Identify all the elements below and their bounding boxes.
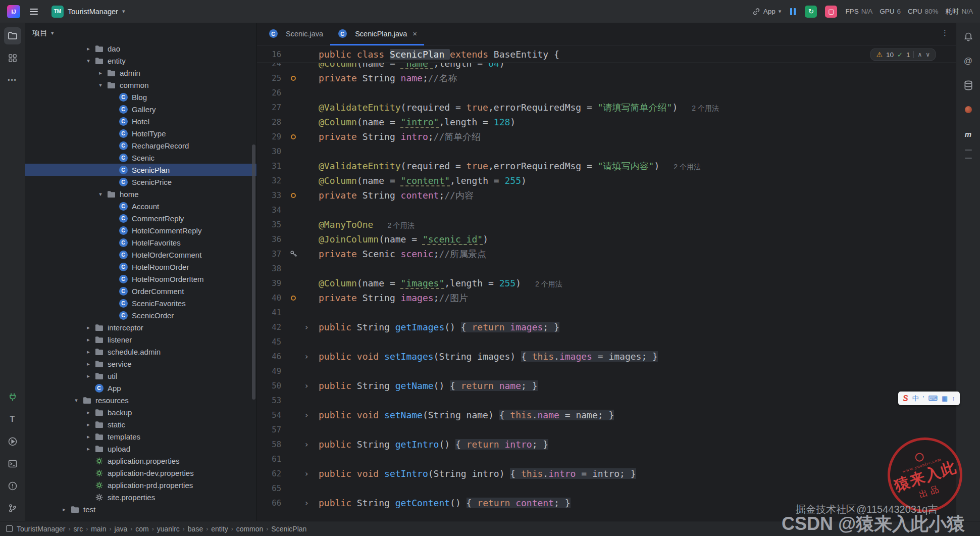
chevron-right-icon[interactable]: ▸ [95,70,106,76]
jpa-relation-key-icon[interactable] [286,250,300,258]
jpa-attribute-icon[interactable] [286,76,300,81]
run-config-selector[interactable]: App ▾ [752,8,782,16]
project-tool-window-button[interactable] [4,27,21,44]
chevron-down-icon[interactable]: ▾ [95,191,106,198]
tree-item[interactable]: ▸upload [25,443,256,455]
tree-item[interactable]: CScenicFavorites [25,297,256,309]
tree-item[interactable]: ▾common [25,79,256,91]
breadcrumb-item[interactable]: base [188,525,203,533]
tree-item[interactable]: ▸schedule.admin [25,346,256,358]
breadcrumb-item[interactable]: yuanlrc [157,525,180,533]
breadcrumb-item[interactable]: java [115,525,128,533]
code-lines[interactable]: 24@Column(name = "name",length = 64)25pr… [257,63,956,521]
fold-icon[interactable]: › [300,498,313,508]
screenshot-button[interactable]: ▢ [825,6,837,18]
tree-item[interactable]: ▸test [25,503,256,515]
chevron-right-icon[interactable]: ▸ [83,336,94,343]
tab-scenic-java[interactable]: CScenic.java [261,23,330,45]
tree-item[interactable]: ▸backup [25,406,256,418]
database-button[interactable] [960,77,977,94]
ai-assistant-button[interactable]: @ [960,53,977,70]
tree-item[interactable]: ▸util [25,370,256,382]
tree-item[interactable]: ▾home [25,188,256,200]
services-tool-window-button[interactable] [4,433,21,450]
chevron-right-icon[interactable]: ▸ [83,373,94,379]
chevron-right-icon[interactable]: ▸ [83,45,94,52]
tree-item[interactable]: ▸static [25,418,256,430]
chevron-right-icon[interactable]: ▸ [83,324,94,331]
breadcrumb-item[interactable]: main [91,525,106,533]
project-panel-header[interactable]: 项目 ▾ [25,23,256,42]
ime-key[interactable]: ' [923,395,924,402]
plugin-button[interactable] [960,101,977,118]
inspections-widget[interactable]: ⚠ 10 ✓ 1 ∧ ∨ [870,48,936,61]
tree-item[interactable]: CScenicOrder [25,309,256,321]
tab-scenicplan-java[interactable]: CScenicPlan.java× [330,23,424,45]
ime-logo[interactable]: S [903,394,908,403]
notifications-button[interactable] [960,28,977,45]
fold-icon[interactable]: › [300,469,313,478]
tree-item[interactable]: CRechargeRecord [25,139,256,152]
jpa-attribute-icon[interactable] [286,296,300,301]
chevron-down-icon[interactable]: ▾ [71,397,82,404]
chevron-right-icon[interactable]: ▸ [83,349,94,355]
ime-key[interactable]: ▦ [942,395,948,402]
tree-item[interactable]: application-dev.properties [25,467,256,479]
version-control-tool-window-button[interactable] [4,500,21,517]
tree-item[interactable]: ▸listener [25,333,256,346]
project-selector[interactable]: TM TouristManager ▾ [47,4,129,20]
jpa-attribute-icon[interactable] [286,193,300,198]
breadcrumb-item[interactable]: ScenicPlan [271,525,306,533]
tree-item[interactable]: ▸templates [25,430,256,443]
tree-item[interactable]: CHotelType [25,127,256,139]
breadcrumb-item[interactable]: common [236,525,264,533]
maven-button[interactable]: m [960,125,977,142]
refresh-monitor-button[interactable]: ↻ [805,6,817,18]
breadcrumb-item[interactable]: com [135,525,148,533]
tree-item[interactable]: CBlog [25,91,256,103]
prev-problem-icon[interactable]: ∧ [917,51,922,58]
tree-item[interactable]: CScenic [25,152,256,164]
tree-item[interactable]: CHotelFavorites [25,236,256,249]
breadcrumb-item[interactable]: TouristManager [17,525,66,533]
todo-tool-window-button[interactable]: T [4,411,21,428]
chevron-right-icon[interactable]: ▸ [83,361,94,367]
tree-item[interactable]: ▸interceptor [25,321,256,333]
tab-options-icon[interactable]: ⋮ [941,28,950,37]
tree-item[interactable]: CScenicPlan [25,164,256,176]
tree-item[interactable]: CAccount [25,200,256,212]
fold-icon[interactable]: › [300,381,313,391]
tree-item[interactable]: CScenicPrice [25,176,256,188]
chevron-right-icon[interactable]: ▸ [83,446,94,452]
tree-item[interactable]: ▸dao [25,42,256,55]
structure-tool-window-button[interactable] [4,50,21,67]
tab-close-icon[interactable]: × [412,29,417,38]
pause-button[interactable] [789,8,797,15]
terminal-tool-window-button[interactable] [4,455,21,472]
more-tool-windows-button[interactable]: ••• [4,72,21,89]
chevron-right-icon[interactable]: ▸ [83,421,94,428]
tree-item[interactable]: COrderComment [25,285,256,297]
tree-item[interactable]: ▾resources [25,394,256,406]
chevron-right-icon[interactable]: ▸ [83,433,94,440]
tree-item[interactable]: site.properties [25,491,256,503]
ime-key[interactable]: ⌨ [928,395,938,402]
ime-toolbar[interactable]: S 中'⌨▦↑ [898,392,960,405]
tree-item[interactable]: CHotelCommentReply [25,224,256,236]
fold-icon[interactable]: › [300,322,313,332]
problems-tool-window-button[interactable] [4,477,21,495]
breadcrumb-item[interactable]: src [74,525,83,533]
ime-key[interactable]: ↑ [952,395,955,402]
next-problem-icon[interactable]: ∨ [925,51,930,58]
fold-icon[interactable]: › [300,352,313,361]
fold-icon[interactable]: › [300,440,313,449]
chevron-right-icon[interactable]: ▸ [83,409,94,416]
chevron-down-icon[interactable]: ▾ [95,82,106,88]
tree-item[interactable]: CHotel [25,115,256,127]
tree-item[interactable]: CHotelRoomOrder [25,261,256,273]
chevron-right-icon[interactable]: ▸ [59,506,70,513]
tree-item[interactable]: CHotelRoomOrderItem [25,273,256,285]
project-scrollbar[interactable] [252,144,255,400]
tree-item[interactable]: ▾entity [25,55,256,67]
chevron-down-icon[interactable]: ▾ [83,58,94,64]
